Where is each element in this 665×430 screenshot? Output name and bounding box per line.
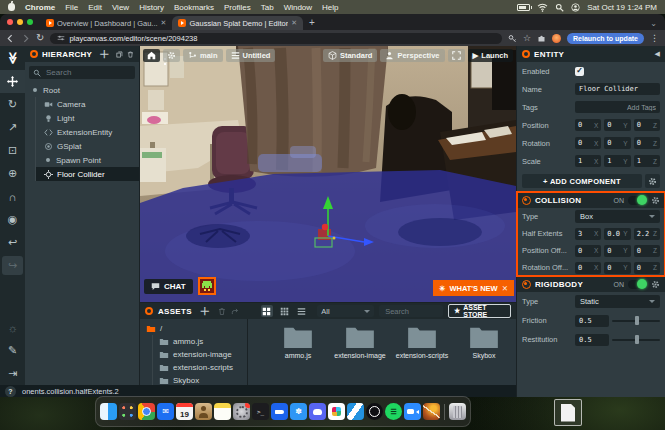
asset-store-button[interactable]: ★ASSET STORE	[448, 304, 511, 318]
back-icon[interactable]	[6, 34, 15, 43]
tab-search-icon[interactable]: ⌄	[650, 19, 657, 28]
rigidbody-type-dropdown[interactable]: Static	[575, 295, 660, 308]
site-settings-icon[interactable]	[57, 34, 65, 42]
desktop-file-icon[interactable]	[554, 399, 582, 426]
publish-icon[interactable]: ⇥	[0, 362, 25, 385]
collision-gear-icon[interactable]	[651, 196, 660, 205]
half-extents-x-field[interactable]: 3X	[575, 228, 601, 240]
rotation-x-field[interactable]: 0X	[575, 137, 601, 149]
position-offset-x-field[interactable]: 0X	[575, 245, 601, 257]
asset-tree-root[interactable]: /	[140, 322, 247, 335]
asset-search-input[interactable]	[383, 306, 439, 317]
window-close-button[interactable]	[7, 19, 13, 25]
dock-trash-icon[interactable]	[449, 403, 466, 420]
delete-entity-icon[interactable]	[127, 50, 134, 59]
add-entity-button[interactable]: ＋	[96, 44, 112, 65]
resize-tool-icon[interactable]: ⊡	[0, 139, 25, 162]
dock-garageband-icon[interactable]	[423, 403, 440, 420]
dock-calendar-icon[interactable]: 19	[176, 403, 193, 420]
browser-tab-dashboard[interactable]: Overview | Dashboard | Gau... ✕	[40, 16, 172, 30]
dock-zoom-icon[interactable]	[404, 403, 421, 420]
help-button[interactable]: ?	[5, 386, 16, 397]
menu-help[interactable]: Help	[322, 3, 338, 12]
duplicate-entity-icon[interactable]	[116, 50, 123, 59]
position-offset-y-field[interactable]: 0Y	[604, 245, 630, 257]
asset-tree-extension-image[interactable]: extension-image	[153, 348, 247, 361]
restitution-field[interactable]: 0.5	[575, 334, 609, 346]
world-local-icon[interactable]: ⊕	[0, 162, 25, 185]
rotation-y-field[interactable]: 0Y	[604, 137, 630, 149]
translate-tool-icon[interactable]	[0, 70, 25, 93]
rotate-tool-icon[interactable]: ↻	[0, 93, 25, 116]
half-extents-z-field[interactable]: 2.2Z	[634, 228, 660, 240]
rotation-offset-y-field[interactable]: 0Y	[604, 262, 630, 274]
focus-eye-icon[interactable]: ◉	[0, 208, 25, 231]
tree-item-gsplat[interactable]: GSplat	[36, 139, 139, 153]
browser-menu-icon[interactable]: ⋮	[650, 34, 659, 43]
asset-tree-extension-scripts[interactable]: extension-scripts	[153, 361, 247, 374]
menu-tab[interactable]: Tab	[261, 3, 274, 12]
asset-folder-ammo[interactable]: ammo.js	[268, 325, 328, 385]
delete-asset-icon[interactable]	[218, 307, 226, 316]
window-zoom-button[interactable]	[27, 19, 33, 25]
dock-vscode-icon[interactable]	[347, 403, 364, 420]
tab-close-icon[interactable]: ✕	[161, 19, 167, 27]
user-avatar-sprite[interactable]	[198, 277, 216, 295]
dock-mail-icon[interactable]: ✉	[157, 403, 174, 420]
position-x-field[interactable]: 0X	[575, 119, 601, 131]
name-field[interactable]	[575, 83, 660, 95]
dock-spotify-icon[interactable]: ☰	[385, 403, 402, 420]
browser-tab-editor[interactable]: Gaussian Splat Demo | Editor ✕	[172, 16, 303, 30]
playcanvas-logo-icon[interactable]: ≫	[1, 46, 25, 71]
menu-file[interactable]: File	[65, 3, 78, 12]
scale-y-field[interactable]: 1Y	[604, 155, 630, 167]
rotation-z-field[interactable]: 0Z	[634, 137, 660, 149]
scale-x-field[interactable]: 1X	[575, 155, 601, 167]
friction-slider[interactable]	[612, 315, 660, 327]
menu-app-name[interactable]: Chrome	[25, 3, 55, 12]
rotation-offset-z-field[interactable]: 0Z	[634, 262, 660, 274]
address-bar[interactable]: playcanvas.com/editor/scene/2094238	[50, 33, 502, 44]
position-z-field[interactable]: 0Z	[634, 119, 660, 131]
view-small-grid-button[interactable]	[278, 305, 290, 317]
menu-history[interactable]: History	[139, 3, 164, 12]
user-switch-icon[interactable]	[571, 3, 580, 12]
home-button[interactable]	[143, 49, 160, 62]
launch-button[interactable]: ▶Launch	[468, 49, 513, 62]
tree-item-light[interactable]: Light	[36, 111, 139, 125]
camera-mode-button[interactable]: Perspective	[380, 49, 444, 62]
friction-field[interactable]: 0.5	[575, 315, 609, 327]
reload-icon[interactable]: ↻	[36, 33, 44, 43]
settings-gear-button[interactable]	[163, 49, 180, 62]
relaunch-button[interactable]: Relaunch to update	[567, 33, 644, 44]
tab-close-icon[interactable]: ✕	[291, 19, 297, 27]
dock-settings-icon[interactable]	[233, 403, 250, 420]
profile-avatar[interactable]	[552, 34, 561, 43]
rigidbody-toggle[interactable]	[628, 280, 647, 289]
tree-item-root[interactable]: Root	[25, 83, 139, 97]
dock-chrome-icon[interactable]	[138, 403, 155, 420]
position-offset-z-field[interactable]: 0Z	[634, 245, 660, 257]
menu-edit[interactable]: Edit	[88, 3, 102, 12]
asset-filter-dropdown[interactable]: All	[317, 305, 374, 317]
menu-profiles[interactable]: Profiles	[224, 3, 251, 12]
menu-clock[interactable]: Sat Oct 19 1:24 PM	[587, 3, 657, 12]
dock-obs-icon[interactable]	[366, 403, 383, 420]
half-extents-y-field[interactable]: 0.0Y	[604, 228, 630, 240]
tree-item-floorcollider[interactable]: Floor Collider	[36, 167, 139, 181]
dock-terminal-icon[interactable]: >_	[252, 403, 269, 420]
collision-toggle[interactable]	[628, 196, 647, 205]
forward-icon[interactable]	[21, 34, 30, 43]
asset-search[interactable]	[379, 305, 443, 317]
tree-item-extensionentity[interactable]: ExtensionEntity	[36, 125, 139, 139]
wifi-icon[interactable]	[537, 3, 548, 12]
bake-light-icon[interactable]: ☼	[0, 316, 25, 339]
asset-folder-extension-image[interactable]: extension-image	[330, 325, 390, 385]
banner-close-icon[interactable]: ✕	[502, 284, 508, 293]
enabled-checkbox[interactable]: ✓	[575, 67, 584, 76]
asset-folder-skybox[interactable]: Skybox	[454, 325, 514, 385]
scale-tool-icon[interactable]: ↗	[0, 116, 25, 139]
window-minimize-button[interactable]	[17, 19, 23, 25]
rotation-offset-x-field[interactable]: 0X	[575, 262, 601, 274]
bookmark-star-icon[interactable]: ☆	[523, 34, 531, 43]
